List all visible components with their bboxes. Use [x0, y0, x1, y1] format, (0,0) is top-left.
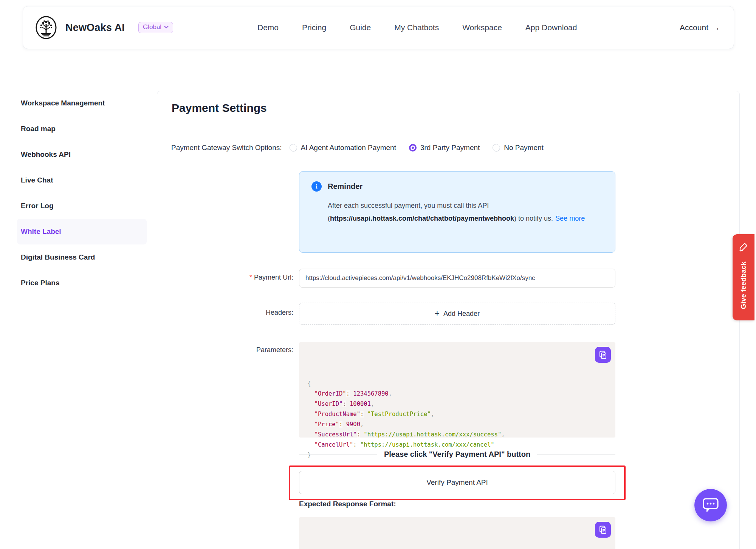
response-code-block: { "Data": { "URL": "https://checkout.str…	[299, 517, 615, 549]
divider-line	[537, 454, 615, 455]
verify-hint-divider: Please click "Verify Payment API" button	[299, 450, 615, 459]
copy-parameters-button[interactable]	[595, 347, 611, 363]
page: { "brand": { "name": "NewOaks AI", "regi…	[0, 0, 756, 549]
payment-url-input[interactable]	[299, 269, 615, 288]
region-selector[interactable]: Global	[138, 22, 173, 33]
reminder-body: After each successful payment, you must …	[328, 199, 594, 225]
verify-hint-text: Please click "Verify Payment API" button	[377, 450, 537, 459]
payment-settings-panel: Payment Settings Payment Gateway Switch …	[157, 91, 740, 549]
sidebar-item-white-label[interactable]: White Label	[17, 219, 147, 244]
reminder-title: Reminder	[328, 182, 363, 191]
copy-icon	[599, 526, 607, 534]
chevron-down-icon	[164, 26, 169, 29]
parameters-label: Parameters:	[166, 346, 293, 354]
radio-label: 3rd Party Payment	[420, 144, 480, 152]
give-feedback-tab[interactable]: Give feedback	[733, 234, 754, 320]
chat-widget-launcher[interactable]	[694, 489, 727, 521]
gateway-switch-row: Payment Gateway Switch Options: AI Agent…	[171, 140, 544, 155]
sidebar-item-price-plans[interactable]: Price Plans	[17, 270, 147, 296]
give-feedback-label: Give feedback	[740, 261, 748, 309]
parameters-code-block: { "OrderID": 1234567890, "UserID": 10000…	[299, 342, 615, 438]
sidebar-item-webhooks-api[interactable]: Webhooks API	[17, 142, 147, 167]
arrow-right-icon: →	[712, 23, 720, 32]
add-header-label: Add Header	[443, 310, 480, 318]
radio-ai-agent-automation-payment[interactable]: AI Agent Automation Payment	[290, 144, 396, 152]
plus-icon: +	[435, 309, 440, 318]
gateway-switch-label: Payment Gateway Switch Options:	[171, 144, 282, 152]
radio-circle-icon[interactable]	[409, 144, 417, 152]
nav-item-my-chatbots[interactable]: My Chatbots	[394, 23, 439, 32]
top-navbar: NewOaks AI Global Demo Pricing Guide My …	[23, 6, 734, 49]
panel-header: Payment Settings	[157, 91, 739, 125]
nav-item-demo[interactable]: Demo	[257, 23, 279, 32]
nav-item-guide[interactable]: Guide	[350, 23, 371, 32]
account-label: Account	[680, 23, 708, 32]
radio-no-payment[interactable]: No Payment	[493, 144, 544, 152]
sidebar-item-error-log[interactable]: Error Log	[17, 193, 147, 219]
tree-logo-icon	[34, 16, 58, 39]
sidebar: Workspace Management Road map Webhooks A…	[17, 90, 147, 296]
nav-item-app-download[interactable]: App Download	[525, 23, 577, 32]
radio-label: No Payment	[504, 144, 544, 152]
radio-3rd-party-payment[interactable]: 3rd Party Payment	[409, 144, 480, 152]
reminder-text-post: ) to notify us.	[514, 215, 553, 222]
radio-circle-icon[interactable]	[290, 144, 297, 152]
nav-item-workspace[interactable]: Workspace	[462, 23, 502, 32]
gateway-options: AI Agent Automation Payment 3rd Party Pa…	[290, 144, 544, 152]
required-asterisk: *	[249, 274, 252, 281]
expected-response-label: Expected Response Format:	[299, 500, 396, 508]
pencil-icon	[739, 242, 748, 253]
copy-response-button[interactable]	[595, 522, 611, 538]
nav-item-pricing[interactable]: Pricing	[302, 23, 326, 32]
info-icon: i	[311, 181, 322, 192]
reminder-webhook-url: https://usapi.hottask.com/chat/chatbot/p…	[330, 215, 514, 222]
see-more-link[interactable]: See more	[555, 215, 585, 222]
sidebar-item-digital-business-card[interactable]: Digital Business Card	[17, 244, 147, 270]
headers-label: Headers:	[166, 309, 293, 317]
add-header-button[interactable]: + Add Header	[299, 303, 615, 325]
page-title: Payment Settings	[172, 102, 267, 114]
sidebar-item-live-chat[interactable]: Live Chat	[17, 167, 147, 193]
region-label: Global	[143, 23, 161, 31]
radio-circle-icon[interactable]	[493, 144, 500, 152]
radio-label: AI Agent Automation Payment	[301, 144, 396, 152]
main-nav: Demo Pricing Guide My Chatbots Workspace…	[257, 6, 577, 49]
sidebar-item-road-map[interactable]: Road map	[17, 116, 147, 142]
account-link[interactable]: Account →	[680, 6, 720, 49]
brand-name: NewOaks AI	[65, 6, 125, 49]
payment-url-label: *Payment Url:	[166, 274, 293, 281]
reminder-alert: i Reminder After each successful payment…	[299, 171, 615, 253]
copy-icon	[599, 351, 607, 359]
chat-bubble-icon	[702, 497, 719, 513]
verify-payment-api-button[interactable]: Verify Payment API	[299, 471, 615, 494]
brand-logo[interactable]	[34, 16, 58, 39]
sidebar-item-workspace-management[interactable]: Workspace Management	[17, 90, 147, 116]
divider-line	[299, 454, 377, 455]
